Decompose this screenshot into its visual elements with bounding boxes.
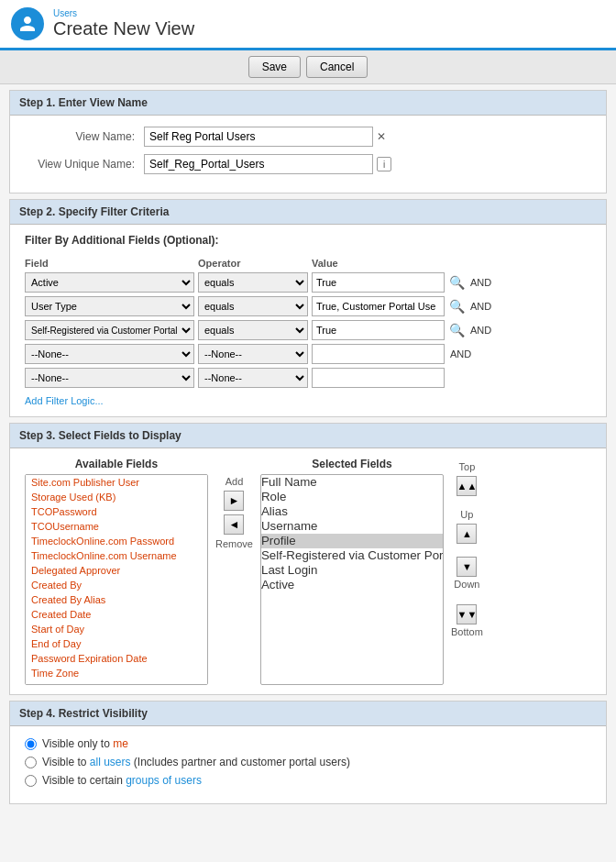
add-field-button[interactable]: ► bbox=[224, 491, 244, 511]
step4-section: Step 4. Restrict Visibility Visible only… bbox=[9, 701, 607, 804]
filter-by-label: Filter By Additional Fields (Optional): bbox=[25, 234, 591, 247]
available-fields-wrap: Available Fields Site.com Publisher User… bbox=[25, 458, 208, 685]
filter-row-4: --None-- Active User Type --None-- equal… bbox=[25, 344, 591, 364]
filter-and-2: AND bbox=[470, 301, 491, 312]
add-filter-logic-link[interactable]: Add Filter Logic... bbox=[25, 395, 104, 406]
filter-row-5: --None-- Active User Type --None-- equal… bbox=[25, 368, 591, 388]
filter-field-2[interactable]: Active User Type Self-Registered via Cus… bbox=[25, 296, 194, 316]
down-button[interactable]: ▼ bbox=[456, 557, 477, 577]
filter-col-headers: Field Operator Value bbox=[25, 254, 591, 272]
view-name-clear-icon[interactable]: ✕ bbox=[377, 130, 386, 143]
toolbar: Save Cancel bbox=[0, 50, 616, 84]
available-field-item: Site.com Publisher User bbox=[26, 475, 207, 490]
breadcrumb: Users bbox=[53, 8, 194, 18]
available-field-item: TCOPassword bbox=[26, 504, 207, 519]
filter-operator-2[interactable]: equals bbox=[198, 296, 308, 316]
col-operator-header: Operator bbox=[198, 258, 308, 269]
visibility-label-1: Visible only to me bbox=[42, 737, 128, 750]
selected-field-item: Active bbox=[261, 578, 443, 592]
selected-field-item: Username bbox=[261, 519, 443, 534]
top-button[interactable]: ▲▲ bbox=[456, 476, 477, 496]
fields-columns: Available Fields Site.com Publisher User… bbox=[25, 458, 591, 685]
user-avatar-icon bbox=[11, 7, 44, 40]
filter-field-3[interactable]: Active User Type Self-Registered via Cus… bbox=[25, 320, 194, 340]
filter-operator-3[interactable]: equals bbox=[198, 320, 308, 340]
filter-value-2[interactable] bbox=[312, 296, 445, 316]
filter-operator-4[interactable]: --None-- equals bbox=[198, 344, 308, 364]
view-name-input[interactable] bbox=[144, 127, 373, 147]
remove-field-button[interactable]: ◄ bbox=[224, 514, 244, 535]
available-field-item: End of Day bbox=[26, 636, 207, 651]
filter-field-1[interactable]: Active User Type Self-Registered via Cus… bbox=[25, 272, 194, 293]
filter-row-2: Active User Type Self-Registered via Cus… bbox=[25, 296, 591, 316]
available-field-item: User Type bbox=[26, 680, 207, 685]
bottom-label: Bottom bbox=[451, 626, 483, 637]
visibility-option-3: Visible to certain groups of users bbox=[25, 774, 591, 787]
visibility-option-1: Visible only to me bbox=[25, 737, 591, 750]
view-unique-row: View Unique Name: i bbox=[25, 154, 591, 174]
visibility-radio-1[interactable] bbox=[25, 738, 37, 750]
available-field-item: TimeclockOnline.com Password bbox=[26, 534, 207, 548]
page-header: Users Create New View bbox=[0, 0, 616, 50]
visibility-radio-2[interactable] bbox=[25, 757, 37, 768]
add-remove-controls: Add ► ◄ Remove bbox=[215, 458, 253, 549]
available-field-item: Created By Alias bbox=[26, 592, 207, 607]
page-title: Create New View bbox=[53, 18, 194, 39]
bottom-button[interactable]: ▼▼ bbox=[456, 604, 477, 624]
visibility-radio-3[interactable] bbox=[25, 775, 37, 787]
up-label: Up bbox=[460, 509, 473, 520]
filter-and-4: AND bbox=[450, 348, 471, 359]
filter-row-1: Active User Type Self-Registered via Cus… bbox=[25, 272, 591, 293]
up-button[interactable]: ▲ bbox=[456, 524, 477, 544]
selected-field-item: Role bbox=[261, 490, 443, 504]
step3-section: Step 3. Select Fields to Display Availab… bbox=[9, 423, 607, 695]
visibility-highlight-3: groups of users bbox=[126, 774, 202, 787]
step4-header: Step 4. Restrict Visibility bbox=[10, 702, 606, 726]
available-field-item: Time Zone bbox=[26, 666, 207, 680]
top-label: Top bbox=[459, 461, 476, 472]
visibility-highlight-1: me bbox=[113, 737, 128, 750]
selected-field-item-profile: Profile bbox=[261, 534, 443, 548]
header-text: Users Create New View bbox=[53, 8, 194, 39]
available-field-item: TimeclockOnline.com Username bbox=[26, 548, 207, 563]
visibility-label-3: Visible to certain groups of users bbox=[42, 774, 202, 787]
view-unique-input-wrap: i bbox=[144, 154, 391, 174]
col-value-header: Value bbox=[312, 258, 445, 269]
view-name-row: View Name: ✕ bbox=[25, 127, 591, 147]
view-name-input-wrap: ✕ bbox=[144, 127, 386, 147]
filter-lookup-1[interactable]: 🔍 bbox=[448, 274, 465, 291]
step1-header: Step 1. Enter View Name bbox=[10, 91, 606, 116]
available-fields-label: Available Fields bbox=[75, 458, 158, 470]
filter-value-3[interactable] bbox=[312, 320, 445, 340]
step3-header: Step 3. Select Fields to Display bbox=[10, 424, 606, 448]
visibility-highlight-2: all users bbox=[90, 756, 131, 768]
filter-value-1[interactable] bbox=[312, 272, 445, 293]
selected-fields-label: Selected Fields bbox=[312, 458, 391, 470]
available-fields-list[interactable]: Site.com Publisher User Storage Used (KB… bbox=[25, 474, 208, 685]
selected-fields-wrap: Selected Fields Full Name Role Alias Use… bbox=[260, 458, 444, 685]
filter-field-4[interactable]: --None-- Active User Type bbox=[25, 344, 194, 364]
selected-fields-list[interactable]: Full Name Role Alias Username Profile Se… bbox=[260, 474, 444, 685]
visibility-option-2: Visible to all users (Includes partner a… bbox=[25, 756, 591, 768]
filter-operator-5[interactable]: --None-- equals bbox=[198, 368, 308, 388]
view-unique-input[interactable] bbox=[144, 154, 373, 174]
view-name-label: View Name: bbox=[25, 130, 144, 143]
user-icon bbox=[18, 15, 37, 33]
save-button[interactable]: Save bbox=[248, 56, 301, 78]
filter-lookup-2[interactable]: 🔍 bbox=[448, 298, 465, 315]
available-field-item: TCOUsername bbox=[26, 519, 207, 534]
selected-field-item: Alias bbox=[261, 504, 443, 519]
available-field-item: Storage Used (KB) bbox=[26, 490, 207, 504]
filter-field-5[interactable]: --None-- Active User Type bbox=[25, 368, 194, 388]
filter-lookup-3[interactable]: 🔍 bbox=[448, 322, 465, 338]
col-field-header: Field bbox=[25, 258, 194, 269]
step1-section: Step 1. Enter View Name View Name: ✕ Vie… bbox=[9, 90, 607, 193]
info-icon[interactable]: i bbox=[377, 157, 391, 171]
filter-operator-1[interactable]: equals bbox=[198, 272, 308, 293]
filter-value-5[interactable] bbox=[312, 368, 445, 388]
available-field-item: Delegated Approver bbox=[26, 563, 207, 578]
available-field-item: Password Expiration Date bbox=[26, 651, 207, 666]
cancel-button[interactable]: Cancel bbox=[306, 56, 368, 78]
visibility-label-2: Visible to all users (Includes partner a… bbox=[42, 756, 350, 768]
filter-value-4[interactable] bbox=[312, 344, 445, 364]
